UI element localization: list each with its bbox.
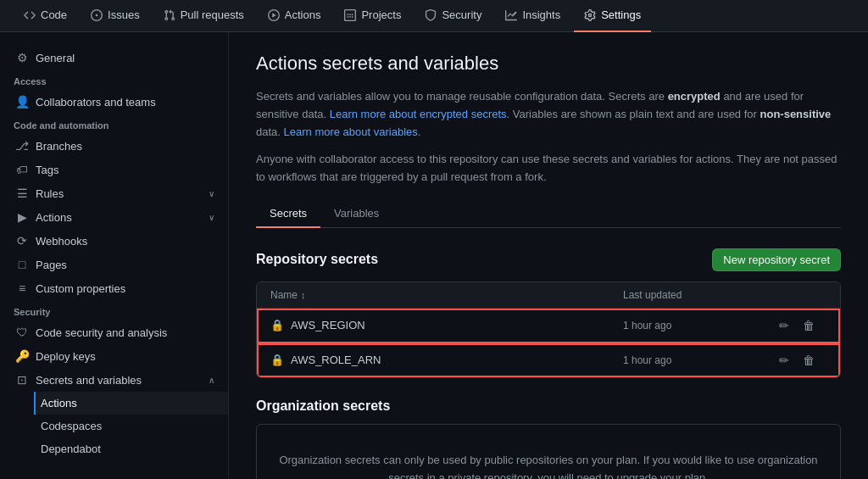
table-row: 🔒 AWS_REGION 1 hour ago ✏ 🗑 — [257, 309, 840, 343]
chevron-up-icon: ∧ — [209, 376, 214, 385]
nav-security[interactable]: Security — [415, 0, 492, 32]
secret-updated-aws-role-arn: 1 hour ago — [623, 354, 776, 366]
tabs-container: Secrets Variables — [256, 200, 841, 228]
sidebar-item-custom-properties[interactable]: ≡ Custom properties — [0, 276, 228, 300]
branch-icon: ⎇ — [15, 139, 29, 153]
person-icon: 👤 — [15, 95, 29, 109]
org-secrets-box: Organization secrets can only be used by… — [256, 424, 841, 479]
sidebar-item-tags[interactable]: 🏷 Tags — [0, 158, 228, 181]
secrets-table: Name ↕ Last updated 🔒 AWS_REGION 1 hour … — [256, 281, 841, 378]
sidebar-item-collaborators[interactable]: 👤 Collaborators and teams — [0, 90, 228, 114]
col-updated-header: Last updated — [623, 289, 776, 301]
tab-secrets[interactable]: Secrets — [256, 200, 320, 228]
main-content: Actions secrets and variables Secrets an… — [229, 32, 868, 479]
sidebar-item-code-security[interactable]: 🛡 Code security and analysis — [0, 320, 228, 344]
secret-updated-aws-region: 1 hour ago — [623, 320, 776, 331]
learn-more-variables-link[interactable]: Learn more about variables — [284, 125, 418, 138]
org-secrets-title: Organization secrets — [256, 398, 390, 414]
chevron-down-icon: ∨ — [209, 213, 214, 222]
edit-secret-aws-role-arn-button[interactable]: ✏ — [776, 352, 793, 369]
description-2: Anyone with collaborator access to this … — [256, 151, 841, 187]
table-row: 🔒 AWS_ROLE_ARN 1 hour ago ✏ 🗑 — [257, 343, 840, 377]
secret-name-aws-role-arn: 🔒 AWS_ROLE_ARN — [270, 354, 623, 366]
key-icon: 🔑 — [15, 349, 29, 363]
actions-icon: ▶ — [15, 210, 29, 224]
secrets-icon: ⊡ — [15, 373, 29, 387]
rules-icon: ☰ — [15, 187, 29, 200]
nav-code[interactable]: Code — [14, 0, 77, 32]
nav-insights[interactable]: Insights — [495, 0, 570, 32]
nav-issues[interactable]: Issues — [81, 0, 150, 32]
org-secrets-header: Organization secrets — [256, 398, 841, 414]
top-nav: Code Issues Pull requests Actions Projec… — [0, 0, 868, 32]
gear-icon: ⚙ — [15, 51, 29, 64]
sidebar-item-rules[interactable]: ☰ Rules ∨ — [0, 181, 228, 205]
webhooks-icon: ⟳ — [15, 234, 29, 248]
secret-actions-aws-region: ✏ 🗑 — [776, 317, 826, 334]
pages-icon: □ — [15, 258, 29, 271]
delete-secret-aws-role-arn-button[interactable]: 🗑 — [799, 352, 818, 369]
sort-icon: ↕ — [301, 290, 306, 300]
secret-name-aws-region: 🔒 AWS_REGION — [270, 319, 623, 331]
tab-variables[interactable]: Variables — [320, 200, 392, 228]
properties-icon: ≡ — [15, 281, 29, 295]
main-layout: ⚙ General Access 👤 Collaborators and tea… — [0, 32, 868, 479]
new-repo-secret-button[interactable]: New repository secret — [712, 248, 841, 271]
sidebar-item-pages[interactable]: □ Pages — [0, 253, 228, 276]
sidebar-item-actions[interactable]: ▶ Actions ∨ — [0, 205, 228, 229]
lock-icon: 🔒 — [270, 319, 284, 331]
sidebar-item-webhooks[interactable]: ⟳ Webhooks — [0, 229, 228, 253]
repo-secrets-header: Repository secrets New repository secret — [256, 248, 841, 271]
sidebar-item-deploy-keys[interactable]: 🔑 Deploy keys — [0, 344, 228, 368]
sidebar-section-access: Access — [0, 70, 228, 90]
security-icon: 🛡 — [15, 326, 29, 339]
sidebar-item-secrets-variables[interactable]: ⊡ Secrets and variables ∧ — [0, 368, 228, 392]
repo-secrets-title: Repository secrets — [256, 252, 378, 267]
org-secrets-description: Organization secrets can only be used by… — [270, 452, 826, 479]
sidebar-section-code-automation: Code and automation — [0, 114, 228, 134]
sidebar-item-sub-codespaces[interactable]: Codespaces — [34, 415, 228, 437]
sidebar-section-security: Security — [0, 300, 228, 320]
col-actions-header — [776, 289, 826, 301]
description-1: Secrets and variables allow you to manag… — [256, 88, 841, 141]
sidebar-item-general[interactable]: ⚙ General — [0, 46, 228, 70]
sidebar-sub-menu: Actions Codespaces Dependabot — [0, 392, 228, 460]
secret-actions-aws-role-arn: ✏ 🗑 — [776, 352, 826, 369]
sidebar-item-sub-dependabot[interactable]: Dependabot — [34, 437, 228, 460]
tag-icon: 🏷 — [15, 163, 29, 176]
sidebar-item-sub-actions[interactable]: Actions — [34, 392, 228, 415]
nav-settings[interactable]: Settings — [574, 0, 651, 32]
learn-more-encrypted-link[interactable]: Learn more about encrypted secrets — [330, 108, 507, 120]
edit-secret-aws-region-button[interactable]: ✏ — [776, 317, 793, 334]
page-title: Actions secrets and variables — [256, 53, 841, 75]
table-header: Name ↕ Last updated — [257, 282, 840, 309]
lock-icon: 🔒 — [270, 354, 284, 366]
col-name-header: Name ↕ — [270, 289, 623, 301]
nav-pull-requests[interactable]: Pull requests — [153, 0, 254, 32]
sidebar-item-branches[interactable]: ⎇ Branches — [0, 134, 228, 158]
nav-actions[interactable]: Actions — [258, 0, 331, 32]
nav-projects[interactable]: Projects — [334, 0, 411, 32]
delete-secret-aws-region-button[interactable]: 🗑 — [799, 317, 818, 334]
sidebar: ⚙ General Access 👤 Collaborators and tea… — [0, 32, 229, 479]
chevron-down-icon: ∨ — [209, 189, 214, 198]
